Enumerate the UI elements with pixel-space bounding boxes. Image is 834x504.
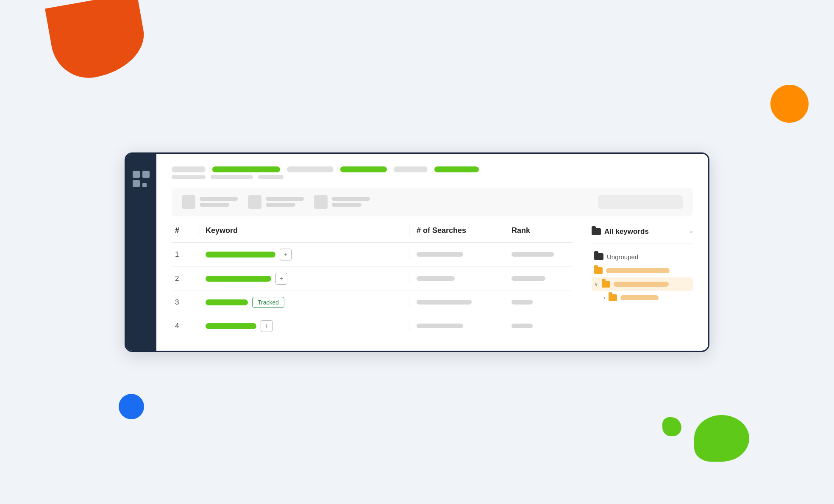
row-div-2b [409, 274, 409, 284]
filter-line-1a [200, 197, 238, 201]
keyword-bar-1 [206, 252, 275, 258]
keyword-bar-3 [206, 299, 248, 305]
main-content: # Keyword # of Searches Rank 1 [156, 154, 708, 351]
logo-square-3 [133, 180, 140, 187]
filter-item-3 [314, 195, 370, 209]
expand-chevron-icon-nested[interactable]: › [603, 294, 605, 301]
row-div-3 [198, 297, 198, 307]
searches-cell-2 [410, 276, 503, 281]
tracked-badge: Tracked [252, 297, 284, 308]
row-num-2: 2 [172, 274, 197, 283]
rp-item-ungrouped[interactable]: Ungrouped [592, 250, 693, 264]
nav-pill-6[interactable] [434, 166, 479, 172]
rank-cell-2 [505, 276, 573, 281]
nav-bar [172, 166, 693, 179]
chevron-icon: » [690, 228, 693, 235]
blob-orange-right [770, 85, 809, 123]
add-keyword-btn-2[interactable]: + [275, 273, 287, 285]
row-num-4: 4 [172, 322, 197, 330]
nav-pill-1[interactable] [172, 166, 206, 172]
table-row: 4 + [172, 314, 573, 338]
row-div-4 [198, 321, 198, 331]
searches-cell-1 [410, 252, 503, 257]
rank-cell-3 [505, 300, 573, 305]
row-div-3c [504, 297, 504, 307]
rp-item-1[interactable] [592, 264, 693, 277]
col-header-keyword: Keyword [199, 226, 408, 235]
folder-orange-icon-3 [609, 294, 617, 301]
filter-lines-3 [332, 197, 370, 207]
filter-line-3b [332, 203, 361, 207]
rp-header: All keywords » [592, 225, 693, 244]
card-wrapper: # Keyword # of Searches Rank 1 [125, 152, 709, 352]
filter-lines-1 [200, 197, 238, 207]
rank-cell-1 [505, 252, 573, 257]
searches-bar-2 [417, 276, 455, 281]
col-divider-2 [409, 225, 409, 237]
logo-square-2 [142, 171, 150, 178]
rp-bar-1 [606, 268, 670, 273]
keyword-bar-4 [206, 323, 256, 329]
table-area: # Keyword # of Searches Rank 1 [172, 225, 693, 338]
rp-bar-2 [614, 282, 669, 287]
nav-sub-row [172, 175, 693, 179]
table-container: # Keyword # of Searches Rank 1 [172, 225, 573, 338]
table-row: 3 Tracked [172, 291, 573, 314]
row-div-1b [409, 249, 409, 260]
filter-line-3a [332, 197, 370, 201]
rank-bar-2 [512, 276, 545, 281]
sidebar [126, 154, 156, 351]
expand-chevron-icon[interactable]: ∨ [594, 281, 598, 287]
row-keyword-2: + [199, 273, 408, 285]
row-keyword-1: + [199, 249, 408, 260]
col-divider-1 [198, 225, 198, 237]
filter-row [172, 188, 693, 216]
col-header-hash: # [172, 226, 197, 235]
blob-orange-top [45, 0, 150, 84]
nav-pill-3[interactable] [287, 166, 334, 172]
filter-icon-2 [248, 195, 261, 209]
row-div-2c [504, 274, 504, 284]
filter-icon-3 [314, 195, 328, 209]
all-keywords-row: All keywords [592, 227, 649, 236]
blob-green-large [694, 415, 749, 462]
rank-bar-3 [512, 300, 533, 305]
col-divider-3 [504, 225, 504, 237]
right-panel: All keywords » Ungrouped [583, 225, 693, 305]
nav-pills-row [172, 166, 693, 172]
logo-square-1 [133, 171, 140, 178]
searches-cell-4 [410, 324, 503, 328]
row-div-4c [504, 321, 504, 331]
blob-blue [119, 394, 144, 419]
filter-icon-1 [182, 195, 195, 209]
row-keyword-4: + [199, 320, 408, 332]
col-header-rank: Rank [505, 226, 573, 235]
table-row: 1 + [172, 243, 573, 267]
row-div-1 [198, 249, 198, 260]
nav-pill-2[interactable] [212, 166, 280, 172]
rp-item-2[interactable]: ∨ [592, 277, 693, 291]
folder-ungrouped-icon [594, 253, 603, 260]
logo-square-4 [142, 183, 147, 187]
row-div-2 [198, 274, 198, 284]
table-row: 2 + [172, 267, 573, 291]
rp-item-3[interactable]: › [592, 291, 693, 305]
folder-orange-icon-2 [602, 281, 610, 288]
filter-lines-2 [266, 197, 304, 207]
row-num-1: 1 [172, 250, 197, 259]
collapse-icon[interactable]: » [690, 228, 693, 235]
filter-line-2a [266, 197, 304, 201]
nav-pill-5[interactable] [394, 166, 428, 172]
all-keywords-label: All keywords [604, 227, 649, 236]
filter-search-box[interactable] [598, 195, 683, 209]
col-header-searches: # of Searches [410, 226, 503, 235]
add-keyword-btn-4[interactable]: + [261, 320, 272, 332]
add-keyword-btn-1[interactable]: + [280, 249, 292, 260]
row-div-3b [409, 297, 409, 307]
searches-cell-3 [410, 300, 503, 305]
searches-bar-3 [417, 300, 472, 305]
filter-item-1 [182, 195, 238, 209]
row-div-4b [409, 321, 409, 331]
searches-bar-1 [417, 252, 463, 257]
nav-pill-4[interactable] [340, 166, 387, 172]
